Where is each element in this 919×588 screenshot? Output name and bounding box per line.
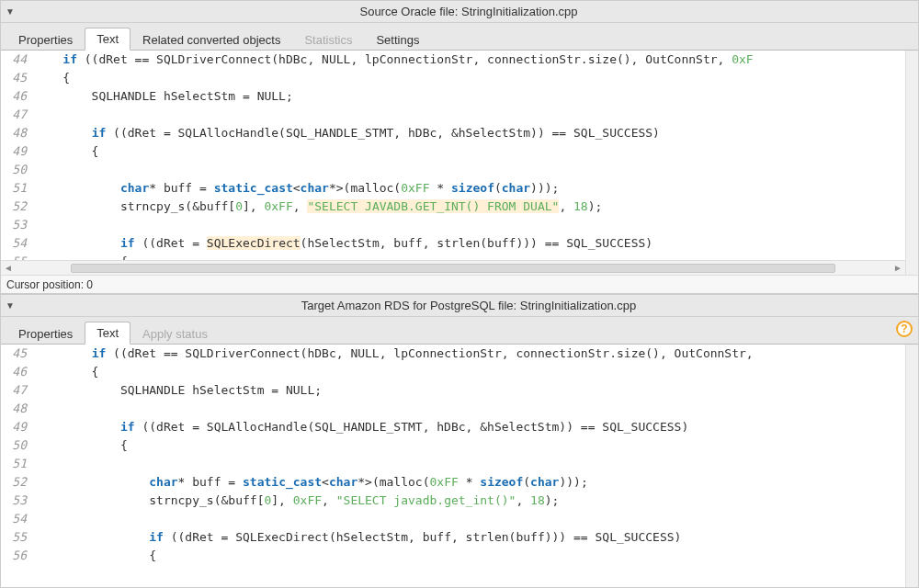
code-line[interactable]: strncpy_s(&buff[0], 0xFF, "SELECT JAVADB…: [34, 198, 754, 216]
line-number: 55: [1, 253, 34, 260]
line-number: 51: [1, 455, 34, 473]
target-right-gutter: [905, 345, 918, 587]
code-line[interactable]: [34, 216, 754, 234]
code-line[interactable]: {: [34, 547, 754, 565]
line-number: 48: [1, 124, 34, 142]
code-line[interactable]: if ((dRet = SQLExecDirect(hSelectStm, bu…: [34, 528, 754, 547]
code-line[interactable]: SQLHANDLE hSelectStm = NULL;: [34, 87, 754, 106]
line-number: 53: [1, 492, 34, 510]
line-number: 49: [1, 418, 34, 436]
tab-text[interactable]: Text: [85, 28, 130, 51]
code-line[interactable]: [34, 400, 754, 418]
tab-statistics: Statistics: [292, 28, 364, 51]
line-number: 52: [1, 473, 34, 492]
line-number: 54: [1, 234, 34, 253]
tab-text[interactable]: Text: [85, 322, 130, 345]
target-panel-title: Target Amazon RDS for PostgreSQL file: S…: [19, 299, 918, 312]
source-panel: ▼ Source Oracle file: StringInitializati…: [0, 0, 919, 294]
scroll-right-icon[interactable]: ►: [891, 263, 905, 273]
cursor-status: Cursor position: 0: [1, 275, 918, 293]
code-line[interactable]: char* buff = static_cast<char*>(malloc(0…: [34, 473, 754, 492]
code-line[interactable]: if ((dRet = SQLAllocHandle(SQL_HANDLE_ST…: [34, 418, 754, 436]
code-line[interactable]: [34, 106, 754, 124]
code-line[interactable]: if ((dRet == SQLDriverConnect(hDBc, NULL…: [34, 51, 754, 69]
collapse-icon[interactable]: ▼: [1, 6, 19, 17]
line-number: 52: [1, 198, 34, 216]
target-code-area: 45 if ((dRet == SQLDriverConnect(hDBc, N…: [1, 345, 918, 587]
source-code-scroll[interactable]: 44 if ((dRet == SQLDriverConnect(hDBc, N…: [1, 51, 905, 260]
scroll-thumb[interactable]: [71, 264, 835, 273]
line-number: 44: [1, 51, 34, 69]
source-tabs: PropertiesTextRelated converted objectsS…: [1, 23, 918, 51]
source-code-area: 44 if ((dRet == SQLDriverConnect(hDBc, N…: [1, 51, 918, 275]
line-number: 45: [1, 69, 34, 87]
tab-properties[interactable]: Properties: [6, 28, 85, 51]
tab-settings[interactable]: Settings: [364, 28, 431, 51]
line-number: 54: [1, 510, 34, 528]
target-panel: ▼ Target Amazon RDS for PostgreSQL file:…: [0, 294, 919, 588]
line-number: 56: [1, 547, 34, 565]
collapse-icon[interactable]: ▼: [1, 300, 19, 311]
code-line[interactable]: [34, 510, 754, 528]
code-line[interactable]: if ((dRet = SQLAllocHandle(SQL_HANDLE_ST…: [34, 124, 754, 142]
code-line[interactable]: {: [34, 142, 754, 161]
line-number: 47: [1, 106, 34, 124]
line-number: 49: [1, 142, 34, 161]
tab-apply-status: Apply status: [130, 322, 220, 345]
target-panel-header: ▼ Target Amazon RDS for PostgreSQL file:…: [1, 295, 918, 317]
code-line[interactable]: {: [34, 436, 754, 455]
source-right-gutter: [905, 51, 918, 275]
tab-related-converted-objects[interactable]: Related converted objects: [130, 28, 292, 51]
line-number: 48: [1, 400, 34, 418]
line-number: 55: [1, 528, 34, 547]
code-line[interactable]: [34, 455, 754, 473]
code-line[interactable]: {: [34, 69, 754, 87]
code-line[interactable]: if ((dRet = SQLExecDirect(hSelectStm, bu…: [34, 234, 754, 253]
target-code-scroll[interactable]: 45 if ((dRet == SQLDriverConnect(hDBc, N…: [1, 345, 905, 587]
code-line[interactable]: SQLHANDLE hSelectStm = NULL;: [34, 381, 754, 400]
source-panel-header: ▼ Source Oracle file: StringInitializati…: [1, 1, 918, 23]
line-number: 45: [1, 345, 34, 363]
scroll-track[interactable]: [16, 264, 891, 273]
code-line[interactable]: {: [34, 253, 754, 260]
line-number: 51: [1, 179, 34, 198]
source-panel-title: Source Oracle file: StringInitialization…: [19, 5, 918, 18]
line-number: 46: [1, 363, 34, 381]
line-number: 50: [1, 161, 34, 179]
code-line[interactable]: {: [34, 363, 754, 381]
tab-properties[interactable]: Properties: [6, 322, 85, 345]
line-number: 53: [1, 216, 34, 234]
code-line[interactable]: strncpy_s(&buff[0], 0xFF, "SELECT javadb…: [34, 492, 754, 510]
source-hscrollbar[interactable]: ◄ ►: [1, 260, 905, 275]
line-number: 47: [1, 381, 34, 400]
code-line[interactable]: if ((dRet == SQLDriverConnect(hDBc, NULL…: [34, 345, 754, 363]
code-line[interactable]: [34, 161, 754, 179]
target-tabs: PropertiesTextApply status: [1, 317, 918, 345]
line-number: 46: [1, 87, 34, 106]
scroll-left-icon[interactable]: ◄: [1, 263, 16, 273]
help-icon[interactable]: ?: [896, 321, 913, 337]
line-number: 50: [1, 436, 34, 455]
code-line[interactable]: char* buff = static_cast<char*>(malloc(0…: [34, 179, 754, 198]
